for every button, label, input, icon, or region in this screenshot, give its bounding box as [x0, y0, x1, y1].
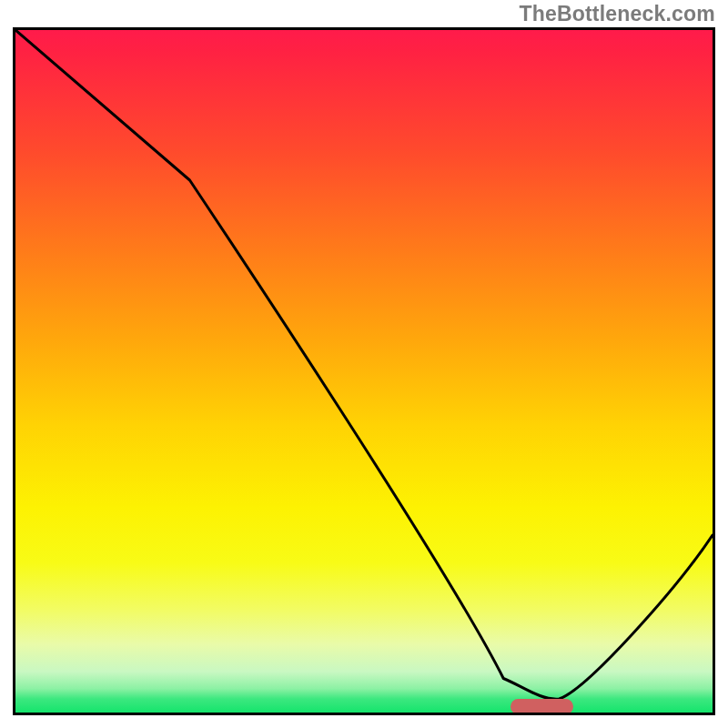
- plot-area: [13, 27, 715, 715]
- curve-path: [15, 30, 713, 699]
- bottleneck-curve: [15, 30, 713, 713]
- watermark-label: TheBottleneck.com: [519, 2, 715, 26]
- optimal-range-marker: [511, 699, 573, 714]
- chart-container: TheBottleneck.com: [0, 0, 728, 728]
